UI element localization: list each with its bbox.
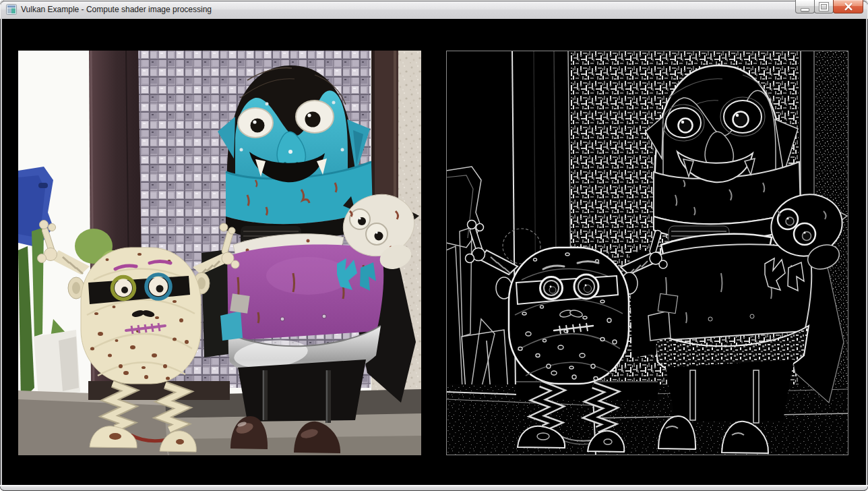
minimize-icon [801,8,809,11]
maximize-button[interactable] [814,0,834,13]
close-icon [844,3,853,11]
app-window: Vulkan Example - Compute shader image pr… [0,0,868,491]
edge-detected-image [446,51,848,455]
window-resize-border-left[interactable] [0,19,2,485]
window-resize-border-bottom[interactable] [0,485,868,491]
close-button[interactable] [833,0,863,13]
maximize-icon [819,3,828,11]
app-icon [6,4,17,15]
minimize-button[interactable] [795,0,815,13]
original-image [18,51,421,455]
screenshot: Vulkan Example - Compute shader image pr… [0,0,868,491]
window-title: Vulkan Example - Compute shader image pr… [21,0,212,19]
caption-buttons [796,0,863,13]
title-bar[interactable]: Vulkan Example - Compute shader image pr… [0,0,868,20]
